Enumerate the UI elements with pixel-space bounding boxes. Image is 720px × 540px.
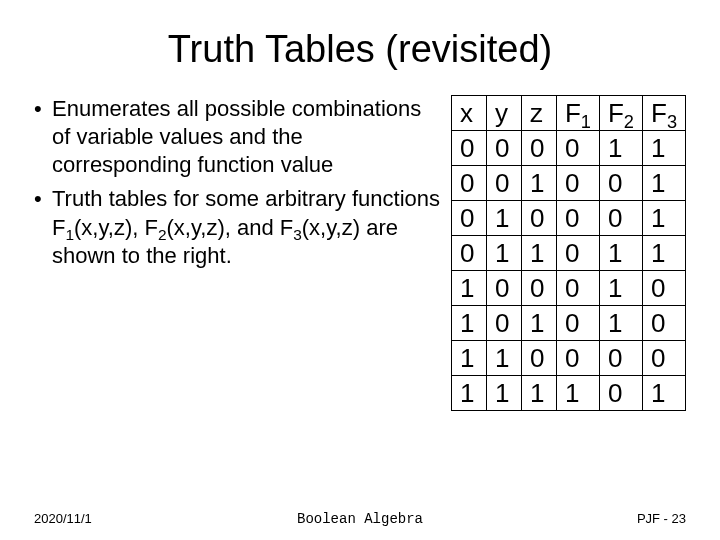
- cell: 0: [599, 376, 642, 411]
- cell: 0: [556, 306, 599, 341]
- cell: 1: [642, 131, 685, 166]
- cell: 0: [486, 306, 521, 341]
- cell: 1: [451, 376, 486, 411]
- cell: 0: [451, 236, 486, 271]
- bullet-item: Enumerates all possible combinations of …: [34, 95, 441, 179]
- table-row: 1 0 1 0 1 0: [451, 306, 685, 341]
- cell: 1: [451, 341, 486, 376]
- col-x: x: [451, 96, 486, 131]
- truth-table: x y z F1 F2 F3 0 0 0 0 1: [451, 95, 686, 411]
- cell: 0: [521, 271, 556, 306]
- cell: 0: [521, 341, 556, 376]
- cell: 1: [599, 131, 642, 166]
- cell: 1: [642, 201, 685, 236]
- cell: 0: [486, 166, 521, 201]
- cell: 1: [599, 306, 642, 341]
- footer-center: Boolean Algebra: [0, 511, 720, 527]
- cell: 1: [486, 236, 521, 271]
- bullet-item: Truth tables for some arbitrary function…: [34, 185, 441, 269]
- cell: 0: [556, 236, 599, 271]
- slide: Truth Tables (revisited) Enumerates all …: [0, 0, 720, 540]
- cell: 0: [599, 341, 642, 376]
- col-f1: F1: [556, 96, 599, 131]
- bullet-text: Enumerates all possible combinations of …: [52, 96, 421, 177]
- page-title: Truth Tables (revisited): [34, 28, 686, 71]
- table-row: 0 0 1 0 0 1: [451, 166, 685, 201]
- cell: 1: [599, 236, 642, 271]
- cell: 0: [599, 166, 642, 201]
- bullet-list: Enumerates all possible combinations of …: [34, 95, 441, 276]
- cell: 1: [521, 236, 556, 271]
- cell: 0: [486, 131, 521, 166]
- cell: 0: [642, 306, 685, 341]
- col-y: y: [486, 96, 521, 131]
- table-row: 0 1 1 0 1 1: [451, 236, 685, 271]
- cell: 0: [451, 201, 486, 236]
- cell: 1: [521, 376, 556, 411]
- slide-footer: 2020/11/1 Boolean Algebra PJF - 23: [0, 511, 720, 526]
- table-row: 1 1 1 1 0 1: [451, 376, 685, 411]
- cell: 1: [486, 201, 521, 236]
- cell: 0: [556, 131, 599, 166]
- cell: 1: [599, 271, 642, 306]
- cell: 0: [556, 341, 599, 376]
- cell: 1: [486, 376, 521, 411]
- cell: 0: [451, 166, 486, 201]
- cell: 0: [486, 271, 521, 306]
- cell: 0: [642, 341, 685, 376]
- cell: 0: [521, 201, 556, 236]
- cell: 0: [556, 271, 599, 306]
- col-f2: F2: [599, 96, 642, 131]
- cell: 0: [451, 131, 486, 166]
- cell: 1: [642, 236, 685, 271]
- cell: 0: [556, 166, 599, 201]
- cell: 1: [556, 376, 599, 411]
- cell: 0: [556, 201, 599, 236]
- cell: 1: [451, 271, 486, 306]
- col-z: z: [521, 96, 556, 131]
- table-row: 0 0 0 0 1 1: [451, 131, 685, 166]
- col-f3: F3: [642, 96, 685, 131]
- table-body: 0 0 0 0 1 1 0 0 1 0 0 1: [451, 131, 685, 411]
- table-row: 0 1 0 0 0 1: [451, 201, 685, 236]
- table-header-row: x y z F1 F2 F3: [451, 96, 685, 131]
- bullet-text: Truth tables for some arbitrary function…: [52, 186, 440, 267]
- cell: 1: [521, 306, 556, 341]
- content-row: Enumerates all possible combinations of …: [34, 95, 686, 411]
- cell: 0: [599, 201, 642, 236]
- cell: 1: [642, 166, 685, 201]
- cell: 1: [486, 341, 521, 376]
- cell: 1: [451, 306, 486, 341]
- table-row: 1 0 0 0 1 0: [451, 271, 685, 306]
- cell: 0: [521, 131, 556, 166]
- table-row: 1 1 0 0 0 0: [451, 341, 685, 376]
- cell: 0: [642, 271, 685, 306]
- cell: 1: [521, 166, 556, 201]
- truth-table-wrap: x y z F1 F2 F3 0 0 0 0 1: [451, 95, 686, 411]
- cell: 1: [642, 376, 685, 411]
